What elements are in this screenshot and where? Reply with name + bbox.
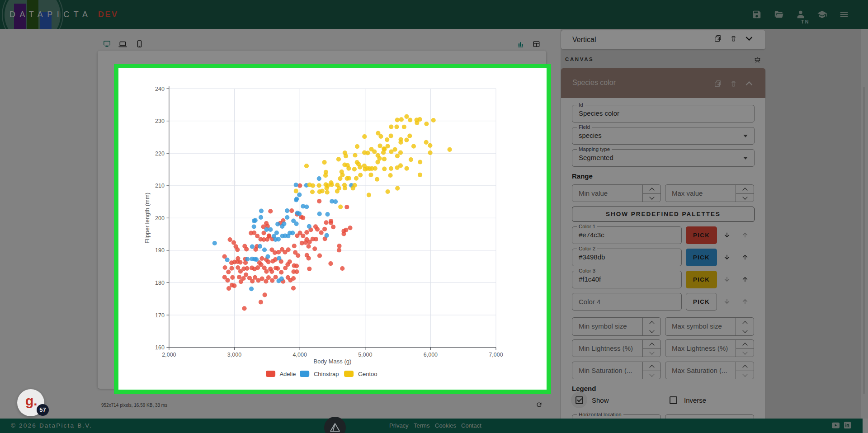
svg-text:240: 240 [155, 86, 165, 92]
svg-text:Body Mass (g): Body Mass (g) [313, 358, 351, 365]
svg-text:Flipper length (mm): Flipper length (mm) [144, 193, 151, 244]
svg-text:200: 200 [155, 215, 165, 221]
svg-text:210: 210 [155, 183, 165, 189]
svg-text:6,000: 6,000 [424, 352, 438, 358]
svg-text:180: 180 [155, 280, 165, 286]
svg-text:2,000: 2,000 [162, 352, 176, 358]
svg-text:4,000: 4,000 [293, 352, 307, 358]
svg-text:Gentoo: Gentoo [358, 371, 377, 377]
svg-text:5,000: 5,000 [358, 352, 372, 358]
svg-text:Chinstrap: Chinstrap [314, 371, 339, 377]
svg-text:3,000: 3,000 [227, 352, 241, 358]
svg-text:220: 220 [155, 151, 165, 157]
svg-text:230: 230 [155, 118, 165, 124]
svg-text:160: 160 [155, 344, 165, 351]
svg-text:170: 170 [155, 312, 165, 319]
svg-text:190: 190 [155, 247, 165, 254]
svg-text:7,000: 7,000 [489, 352, 503, 358]
svg-text:Adelie: Adelie [279, 371, 296, 377]
